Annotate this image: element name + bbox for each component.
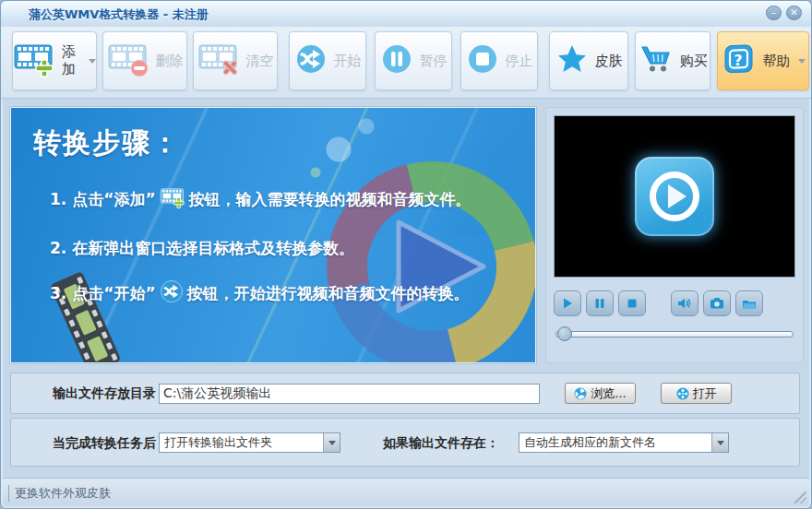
stop-icon [626,297,639,310]
preview-panel [545,107,804,363]
stop-circle-icon [466,42,499,79]
stop-toolbar-button[interactable]: 停止 [460,31,538,90]
chevron-down-icon [89,59,96,64]
pause-icon [593,297,606,310]
statusbar: 更换软件外观皮肤 [3,478,809,506]
pause-button-label: 暂停 [420,53,448,70]
start-button-label: 开始 [334,53,362,70]
instruction-step-2: 2. 在新弹出窗口选择目标格式及转换参数。 [50,238,354,259]
titlebar: 蒲公英WMV格式转换器 - 未注册 – ✕ [1,1,811,27]
instruction-step-1: 1. 点击“添加” 按钮，输入需要转换的视频和音频文件。 [50,185,472,213]
change-skin-status-link[interactable]: 更换软件外观皮肤 [8,485,111,502]
open-button[interactable]: 打开 [661,383,732,404]
delete-button-label: 删除 [156,53,184,70]
add-button-label: 添加 [62,43,81,78]
output-directory-group: 输出文件存放目录： 浏览... 打开 [10,373,800,414]
after-task-value: 打开转换输出文件夹 [160,434,323,451]
pause-circle-icon [380,42,413,79]
dropdown-arrow-icon[interactable] [711,433,728,452]
resize-grip[interactable] [794,491,806,503]
after-task-label: 当完成转换任务后： [53,435,169,452]
instructions-heading: 转换步骤： [33,124,181,162]
film-reel-icon [676,387,689,400]
browse-button-label: 浏览... [591,385,626,402]
file-exists-label: 如果输出文件存在： [383,435,499,452]
filmstrip-plus-icon [13,40,55,82]
step2-text: 2. 在新弹出窗口选择目标格式及转换参数。 [50,238,354,259]
buy-button-label: 购买 [680,53,708,70]
instructions-panel: 转换步骤： 1. 点击“添加” 按钮，输入需要转换的视频和音频文件。 2. 在新… [10,107,536,363]
step1-text-prefix: 1. 点击“添加” [50,189,156,210]
close-button[interactable]: ✕ [786,6,802,20]
aperture-icon [574,387,587,400]
folder-icon [742,298,757,310]
seek-slider[interactable] [555,326,794,341]
player-controls [554,290,795,316]
after-task-select[interactable]: 打开转换输出文件夹 [159,432,340,453]
play-icon [561,297,574,310]
clear-button[interactable]: 清空 [193,31,278,90]
star-icon [555,42,589,79]
help-button-label: 帮助 [763,53,791,70]
output-dir-label: 输出文件存放目录： [53,385,169,402]
volume-icon [677,297,692,310]
minimize-button[interactable]: – [766,6,782,20]
seek-thumb[interactable] [557,326,572,341]
skin-button[interactable]: 皮肤 [549,31,628,90]
folder-button[interactable] [735,290,763,316]
clear-button-label: 清空 [246,53,274,70]
snapshot-camera-icon [710,297,724,310]
svg-text:?: ? [734,52,742,69]
toolbar: 添加 删除 [1,27,811,99]
dropdown-arrow-icon[interactable] [323,433,340,452]
conversion-options-group: 当完成转换任务后： 打开转换输出文件夹 如果输出文件存在： 自动生成相应的新文件… [10,418,800,467]
file-exists-select[interactable]: 自动生成相应的新文件名 [519,432,729,453]
convert-arrows-icon [294,42,328,79]
start-button[interactable]: 开始 [289,31,366,90]
snapshot-button[interactable] [703,290,731,316]
browse-button[interactable]: 浏览... [565,383,636,404]
pause-toolbar-button[interactable]: 暂停 [375,31,452,90]
pause-button[interactable] [586,290,614,316]
buy-button[interactable]: 购买 [635,31,710,90]
volume-button[interactable] [671,290,699,316]
play-button[interactable] [554,290,581,316]
cart-icon [639,42,674,79]
play-logo-icon [635,157,714,236]
delete-button[interactable]: 删除 [102,31,187,90]
seek-track[interactable] [555,331,794,337]
add-button[interactable]: 添加 [12,31,97,90]
skin-button-label: 皮肤 [595,53,623,70]
filmstrip-minus-icon [107,40,149,82]
video-preview-area [554,115,795,278]
filmstrip-x-icon [197,40,240,82]
step3-text-prefix: 3. 点击“开始” [50,283,156,304]
stop-button-label: 停止 [506,53,533,70]
filmstrip-plus-icon [160,185,185,213]
app-window: 蒲公英WMV格式转换器 - 未注册 – ✕ 添加 [0,0,812,509]
stop-button[interactable] [618,290,646,316]
help-button[interactable]: ? 帮助 [717,31,809,90]
chevron-down-icon [798,59,806,64]
open-button-label: 打开 [693,385,717,402]
step1-text-suffix: 按钮，输入需要转换的视频和音频文件。 [189,189,472,210]
instruction-step-3: 3. 点击“开始” 按钮，开始进行视频和音频文件的转换。 [50,279,470,307]
output-dir-input[interactable] [159,384,540,404]
window-title: 蒲公英WMV格式转换器 - 未注册 [29,6,209,23]
convert-arrows-icon [160,279,184,307]
question-cube-icon: ? [722,41,757,80]
step3-text-suffix: 按钮，开始进行视频和音频文件的转换。 [187,283,470,304]
file-exists-value: 自动生成相应的新文件名 [519,434,711,451]
